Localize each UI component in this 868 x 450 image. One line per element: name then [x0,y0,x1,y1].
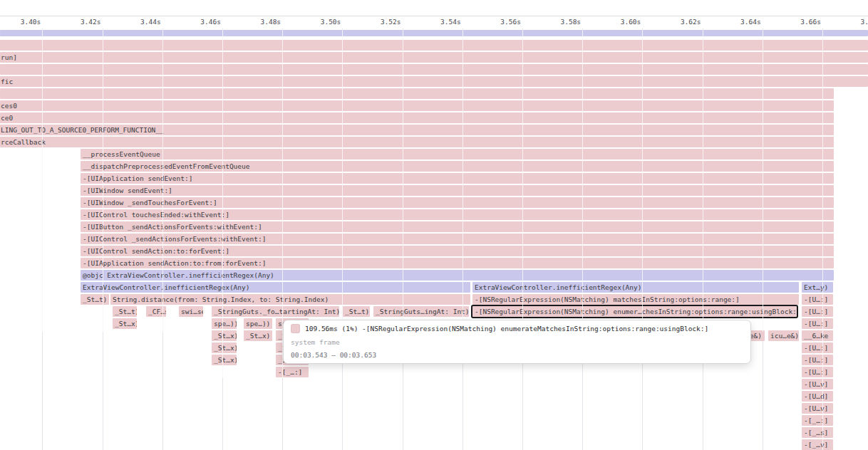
ruler-tick-label: 3.66s [778,18,821,26]
frame-block[interactable]: -[U…:] [802,306,833,317]
tooltip-title-row: 109.56ms (1%) -[NSRegularExpression(NSMa… [291,324,743,333]
frame-block[interactable]: _St…x) [244,330,272,341]
ruler-tick-label: 3.60s [598,18,641,26]
timeline-gridline-overlay [703,30,703,332]
frame-block[interactable]: -[UIButton _sendActionsForEvents:withEve… [81,221,834,232]
ruler-tick-label: 3.56s [478,18,521,26]
frame-block[interactable]: -[NSRegularExpression(NSMatching) matche… [472,294,799,305]
ruler-tick-label: 3.68s [838,18,868,26]
frame-block[interactable]: -[U…:] [802,355,833,365]
frame-block[interactable]: swi…se [179,306,203,317]
tooltip-subtitle: system frame [291,338,743,347]
frame-block[interactable] [0,40,868,51]
frame-block[interactable]: -[_…:] [276,367,309,377]
timeline-gridline-overlay [342,30,343,332]
frame-color-swatch [291,324,300,333]
frame-block[interactable]: -[U…:] [802,318,833,329]
frame-block[interactable]: -[_…v] [802,439,833,450]
frame-block[interactable]: -[U…:] [802,342,833,353]
frame-block[interactable]: -[U…:] [802,367,833,377]
flame-chart: 3.40s3.42s3.44s3.46s3.48s3.50s3.52s3.54s… [0,0,868,450]
frame-block[interactable]: -[UIWindow sendEvent:] [81,185,834,196]
ruler-tick-label: 3.48s [238,18,281,26]
frame-block[interactable]: run] [0,52,868,63]
timeline-gridline-overlay [582,30,583,332]
frame-block[interactable]: _St…t) [81,294,109,305]
frame-block[interactable]: -[U…:] [802,294,833,305]
ruler-tick-label: 3.64s [718,18,761,26]
frame-block-selected[interactable]: -[NSRegularExpression(NSMatching) enumer… [472,306,797,317]
frame-block[interactable]: _St…x) [113,318,137,329]
frame-block[interactable]: -[_…:] [802,415,833,426]
frame-block[interactable] [0,64,868,75]
timeline-gridline-overlay [222,30,223,378]
frame-block[interactable]: -[UIControl touchesEnded:withEvent:] [81,209,834,220]
frame-block[interactable]: ExtraViewController.inefficientRegex(Any… [472,282,799,293]
ruler-tick-label: 3.62s [658,18,701,26]
frame-block[interactable]: LING_OUT_TO_A_SOURCE0_PERFORM_FUNCTION__ [0,125,834,135]
timeline-gridline-overlay [103,30,103,332]
frame-block[interactable]: -[U…v] [802,403,833,414]
frame-block[interactable]: _St…t) [343,306,370,317]
ruler-tick-label: 3.42s [58,18,101,26]
timeline-gridline-overlay [42,30,43,332]
ruler-tick-label: 3.50s [298,18,341,26]
frame-block[interactable]: -[UIControl _sendActionsForEvents:withEv… [81,234,834,244]
frame-block[interactable]: _St…x) [212,342,237,353]
frame-block[interactable]: -[U…d] [802,391,833,402]
ruler-tick-label: 3.44s [118,18,161,26]
frame-block[interactable]: -[UIWindow _sendTouchesForEvent:] [81,197,834,208]
tooltip-time-range: 00:03.543 — 00:03.653 [291,350,743,360]
frame-block[interactable]: icu…e&) [768,330,799,341]
frame-block[interactable]: String.distance(from: String.Index, to: … [110,294,470,305]
frame-block[interactable]: @objc ExtraViewController.inefficientReg… [81,270,834,281]
frame-block[interactable]: spe…)) [244,318,272,329]
frame-block[interactable]: _CF…se [146,306,166,317]
tooltip-title: 109.56ms (1%) -[NSRegularExpression(NSMa… [305,324,708,333]
frame-block[interactable]: __6…ke [802,330,833,341]
frame-block[interactable]: Ext…y) [802,282,833,293]
frame-block[interactable]: ce0 [0,112,834,123]
frame-block[interactable]: -[_…s] [802,427,833,438]
ruler-tick-label: 3.52s [358,18,401,26]
frame-block[interactable]: ExtraViewController.inefficientRegex(Any… [81,282,470,293]
frame-block[interactable]: __processEventQueue [81,149,834,159]
frame-block[interactable]: _St…x) [212,355,237,365]
ruler-divider [0,16,868,16]
timeline-gridline-overlay [822,30,823,450]
timeline-gridline-overlay [522,30,523,332]
timeline-gridline-overlay [463,30,463,332]
frame-block[interactable]: _StringGuts…ingAt: Int) [373,306,469,317]
ruler-tick-label: 3.46s [178,18,221,26]
frame-block[interactable]: -[UIControl sendAction:to:forEvent:] [81,246,834,256]
frame-block[interactable]: _St…x) [212,330,237,341]
frame-block[interactable] [0,88,834,99]
frame-block[interactable]: ces0 [0,100,834,111]
frame-block[interactable]: _St…t) [113,306,137,317]
ruler-tick-label: 3.54s [418,18,461,26]
timeline-gridline-overlay [162,30,163,332]
frame-block[interactable]: -[UIApplication sendEvent:] [81,173,834,184]
frame-block[interactable]: rceCallback [0,137,834,147]
frame-block[interactable]: _StringGuts._fo…tartingAt: Int) [212,306,339,317]
ruler-tick-label: 3.58s [538,18,581,26]
frame-block[interactable]: -[U…v] [802,379,833,389]
frame-block[interactable]: -[UIApplication sendAction:to:from:forEv… [81,258,834,268]
timeline-gridline-overlay [403,30,403,332]
ruler-tick-label: 3.40s [0,18,41,26]
timeline-gridline-overlay [642,30,643,332]
frame-block[interactable]: __dispatchPreprocessedEventFromEventQueu… [81,161,834,172]
frame-tooltip: 109.56ms (1%) -[NSRegularExpression(NSMa… [283,320,751,364]
frame-block[interactable] [0,30,868,36]
timeline-gridline-overlay [763,30,763,332]
frame-block[interactable]: fic [0,76,868,87]
frame-block[interactable]: spe…)) [212,318,237,329]
